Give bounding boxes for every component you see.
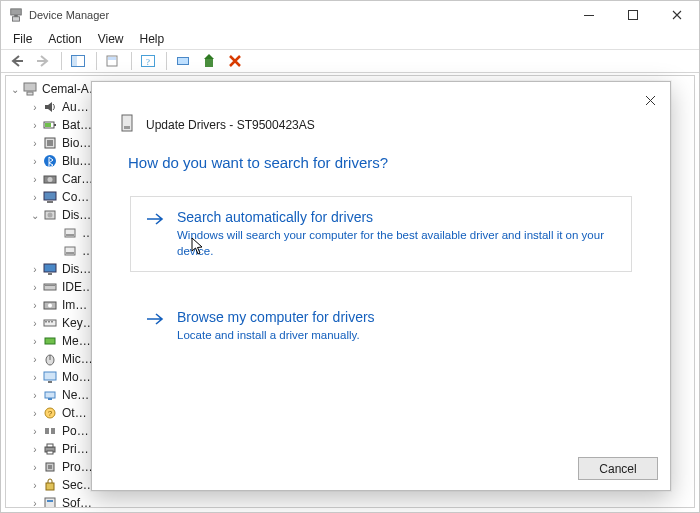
uninstall-device-button[interactable] (223, 50, 247, 72)
arrow-right-icon (145, 311, 165, 330)
chevron-icon[interactable]: › (28, 480, 42, 491)
chevron-icon[interactable]: › (28, 354, 42, 365)
minimize-button[interactable] (567, 1, 611, 29)
tree-node-label: Po… (62, 424, 89, 438)
menu-file[interactable]: File (5, 30, 40, 48)
forward-button[interactable] (31, 50, 55, 72)
chevron-icon[interactable]: › (28, 390, 42, 401)
dialog-heading: How do you want to search for drivers? (128, 154, 388, 171)
option-desc: Locate and install a driver manually. (177, 328, 617, 344)
svg-rect-38 (44, 320, 56, 326)
tree-node-label: Au… (62, 100, 89, 114)
chevron-icon[interactable]: › (28, 444, 42, 455)
svg-rect-1 (13, 17, 20, 21)
print-queues-icon (42, 441, 58, 457)
option-search-automatically[interactable]: Search automatically for drivers Windows… (130, 196, 632, 272)
svg-point-23 (48, 177, 53, 182)
svg-rect-13 (205, 59, 213, 67)
svg-rect-57 (48, 465, 52, 469)
chevron-icon[interactable]: › (28, 138, 42, 149)
svg-rect-20 (47, 140, 53, 146)
chevron-icon[interactable]: › (28, 372, 42, 383)
title-bar: Device Manager (1, 1, 699, 29)
svg-rect-60 (47, 500, 53, 502)
tree-node-label: Im… (62, 298, 87, 312)
chevron-icon[interactable]: › (28, 300, 42, 311)
menu-view[interactable]: View (90, 30, 132, 48)
show-hide-console-tree-button[interactable] (66, 50, 90, 72)
software-devices-icon (42, 495, 58, 508)
tree-node-label: Pro… (62, 460, 93, 474)
svg-rect-18 (45, 123, 51, 127)
menu-bar: File Action View Help (1, 29, 699, 49)
bluetooth-icon (42, 153, 58, 169)
security-icon (42, 477, 58, 493)
tree-node-label: Bat… (62, 118, 92, 132)
chevron-icon[interactable]: › (28, 120, 42, 131)
chevron-icon[interactable]: › (28, 102, 42, 113)
expand-icon[interactable]: ⌄ (8, 84, 22, 95)
svg-rect-52 (51, 428, 55, 434)
back-button[interactable] (5, 50, 29, 72)
memory-icon (42, 333, 58, 349)
svg-rect-0 (11, 9, 22, 15)
svg-rect-2 (14, 15, 18, 17)
ide-icon (42, 279, 58, 295)
svg-rect-59 (45, 498, 55, 508)
properties-button[interactable] (101, 50, 125, 72)
menu-help[interactable]: Help (132, 30, 173, 48)
chevron-icon[interactable]: › (28, 462, 42, 473)
network-icon (42, 387, 58, 403)
tree-node-label: Blu… (62, 154, 91, 168)
tree-node[interactable]: ›Sof… (8, 494, 254, 508)
help-button[interactable]: ? (136, 50, 160, 72)
dialog-close-button[interactable] (638, 88, 662, 112)
option-title: Browse my computer for drivers (177, 309, 617, 325)
option-desc: Windows will search your computer for th… (177, 228, 617, 259)
chevron-icon[interactable]: › (28, 408, 42, 419)
svg-rect-25 (47, 201, 53, 203)
chevron-icon[interactable]: ⌄ (28, 210, 42, 221)
chevron-icon[interactable]: › (28, 264, 42, 275)
svg-rect-58 (46, 483, 54, 490)
chevron-icon[interactable]: › (28, 282, 42, 293)
maximize-button[interactable] (611, 1, 655, 29)
scan-hardware-button[interactable] (171, 50, 195, 72)
dialog-title: Update Drivers - ST9500423AS (146, 118, 315, 132)
option-browse-computer[interactable]: Browse my computer for drivers Locate an… (130, 296, 632, 357)
display-adapters-icon (42, 261, 58, 277)
tree-node-label: Mo… (62, 370, 91, 384)
svg-rect-39 (45, 321, 47, 323)
chevron-icon[interactable]: › (28, 156, 42, 167)
tree-node-label: Me… (62, 334, 91, 348)
toolbar-separator (131, 52, 132, 70)
chevron-icon[interactable]: › (28, 174, 42, 185)
camera-icon (42, 171, 58, 187)
cancel-button[interactable]: Cancel (578, 457, 658, 480)
keyboard-icon (42, 315, 58, 331)
tree-node-label: Dis… (62, 208, 91, 222)
svg-rect-47 (45, 392, 55, 398)
menu-action[interactable]: Action (40, 30, 89, 48)
svg-rect-35 (45, 285, 55, 286)
svg-rect-32 (44, 264, 56, 272)
disk-drives-icon (42, 207, 58, 223)
toolbar-separator (96, 52, 97, 70)
computer-icon (22, 81, 38, 97)
disk-drive-icon (62, 225, 78, 241)
tree-node-label: Co… (62, 190, 89, 204)
tree-node-label: IDE… (62, 280, 94, 294)
chevron-icon[interactable]: › (28, 498, 42, 509)
toolbar-separator (61, 52, 62, 70)
chevron-icon[interactable]: › (28, 336, 42, 347)
chevron-icon[interactable]: › (28, 192, 42, 203)
update-driver-button[interactable] (197, 50, 221, 72)
chevron-icon[interactable]: › (28, 318, 42, 329)
tree-node-label: Dis… (62, 262, 91, 276)
update-driver-dialog: Update Drivers - ST9500423AS How do you … (91, 81, 671, 491)
svg-point-27 (48, 213, 53, 218)
chevron-icon[interactable]: › (28, 426, 42, 437)
device-manager-window: Device Manager File Action View Help ? (0, 0, 700, 513)
device-manager-icon (9, 8, 23, 22)
close-button[interactable] (655, 1, 699, 29)
